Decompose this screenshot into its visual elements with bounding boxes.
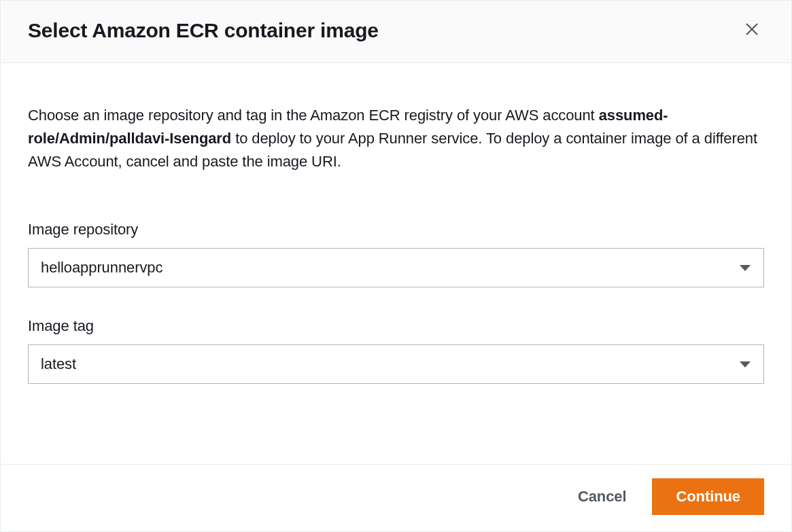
close-icon [744, 21, 760, 39]
image-repository-value: helloapprunnervpc [41, 259, 162, 277]
image-repository-select-wrapper: helloapprunnervpc [28, 248, 764, 287]
cancel-button[interactable]: Cancel [571, 480, 634, 514]
image-tag-select[interactable]: latest [28, 344, 764, 384]
modal-description: Choose an image repository and tag in th… [28, 104, 764, 173]
continue-button[interactable]: Continue [652, 478, 764, 515]
image-tag-value: latest [41, 355, 76, 373]
close-button[interactable] [740, 17, 764, 43]
image-tag-group: Image tag latest [28, 317, 764, 384]
modal-title: Select Amazon ECR container image [28, 19, 379, 42]
image-repository-group: Image repository helloapprunnervpc [28, 221, 764, 287]
image-repository-select[interactable]: helloapprunnervpc [28, 248, 764, 287]
image-tag-select-wrapper: latest [28, 344, 764, 384]
modal-body: Choose an image repository and tag in th… [1, 63, 791, 464]
modal-footer: Cancel Continue [1, 464, 791, 531]
description-text-before: Choose an image repository and tag in th… [28, 107, 599, 124]
select-ecr-image-modal: Select Amazon ECR container image Choose… [0, 0, 792, 532]
modal-header: Select Amazon ECR container image [1, 1, 791, 63]
image-repository-label: Image repository [28, 221, 764, 238]
image-tag-label: Image tag [28, 317, 764, 335]
